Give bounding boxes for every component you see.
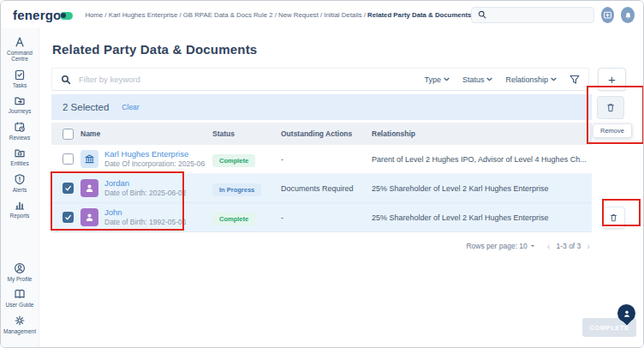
sidebar-item-command-centre[interactable]: Command Centre xyxy=(3,36,37,63)
type-dropdown[interactable]: Type xyxy=(424,75,450,84)
row-subtitle: Date of Birth: 1992-05-06 xyxy=(104,218,186,227)
table-toolbar: Filter by keyword Type Status Relationsh… xyxy=(51,68,636,91)
sidebar-label: Management xyxy=(3,328,36,334)
sidebar-item-entities[interactable]: Entities xyxy=(3,147,37,166)
status-badge: In Progress xyxy=(212,183,261,196)
column-header-relationship[interactable]: Relationship xyxy=(368,129,592,138)
selected-count: 2 Selected xyxy=(63,102,109,112)
journeys-icon xyxy=(14,94,26,106)
page-range: 1-3 of 3 xyxy=(557,242,581,250)
person-avatar-icon xyxy=(80,179,98,197)
select-all-checkbox[interactable] xyxy=(63,129,74,140)
global-search-input[interactable] xyxy=(491,10,587,19)
remove-row-button[interactable] xyxy=(602,207,625,229)
trash-icon xyxy=(605,102,616,113)
rows-per-page-select[interactable]: Rows per page: 10 xyxy=(466,242,534,250)
status-badge: Complete xyxy=(212,154,255,167)
sidebar-label: Command Centre xyxy=(3,50,37,63)
sidebar-item-management[interactable]: Management xyxy=(3,315,37,334)
filter-search-icon xyxy=(61,75,71,85)
add-related-party-button[interactable]: + xyxy=(598,68,626,91)
row-name-link[interactable]: Jordan xyxy=(104,178,186,189)
column-header-name[interactable]: Name xyxy=(77,129,209,138)
row-subtitle: Date Of Incorporation: 2025-06-03 xyxy=(104,159,206,169)
sidebar-label: Alerts xyxy=(13,187,27,193)
pagination: Rows per page: 10 ‹ 1-3 of 3 › xyxy=(51,241,592,251)
sidebar-item-reports[interactable]: Reports xyxy=(3,199,37,219)
organization-avatar-icon xyxy=(80,150,98,168)
remove-selected-button[interactable] xyxy=(597,96,624,119)
relationship-value: Parent of Level 2 Hughes IPO, Advisor of… xyxy=(368,155,592,164)
app-window: fenergo Home / Karl Hughes Enterprise / … xyxy=(0,0,644,348)
sidebar-item-alerts[interactable]: Alerts xyxy=(3,173,37,193)
left-sidebar: Command Centre Tasks Journeys Reviews En… xyxy=(1,28,39,347)
sidebar-label: Entities xyxy=(10,160,28,166)
logo-text: fenergo xyxy=(13,8,61,22)
row-checkbox[interactable] xyxy=(63,153,74,165)
fenergo-logo[interactable]: fenergo xyxy=(13,8,73,22)
user-guide-book-icon xyxy=(14,288,26,300)
remove-tooltip: Remove xyxy=(593,123,632,138)
table-row[interactable]: Karl Hughes Enterprise Date Of Incorpora… xyxy=(51,145,592,174)
table-row[interactable]: John Date of Birth: 1992-05-06 Complete … xyxy=(51,203,592,232)
clear-selection-link[interactable]: Clear xyxy=(122,103,139,111)
filter-bar[interactable]: Filter by keyword Type Status Relationsh… xyxy=(51,68,589,91)
tasks-icon xyxy=(14,69,26,81)
sidebar-label: My Profile xyxy=(8,276,33,282)
trash-icon xyxy=(609,213,618,223)
sidebar-label: Reviews xyxy=(9,135,31,141)
person-avatar-icon xyxy=(80,208,98,226)
column-header-status[interactable]: Status xyxy=(209,129,277,138)
funnel-filter-icon[interactable] xyxy=(569,75,580,85)
filter-placeholder: Filter by keyword xyxy=(79,75,424,84)
logo-green-pill-icon xyxy=(60,12,73,20)
search-icon xyxy=(478,10,486,19)
table-row[interactable]: Jordan Date of Birth: 2025-06-02 In Prog… xyxy=(51,174,592,203)
sidebar-item-tasks[interactable]: Tasks xyxy=(3,69,37,88)
outstanding-actions-value: - xyxy=(277,155,368,164)
column-header-outstanding-actions[interactable]: Outstanding Actions xyxy=(277,129,368,138)
page-title: Related Party Data & Documents xyxy=(52,42,636,57)
row-checkbox[interactable] xyxy=(63,183,74,194)
chevron-down-icon xyxy=(551,77,557,81)
breadcrumb-current: Related Party Data & Documents xyxy=(367,11,471,19)
relationship-value: 25% Shareholder of Level 2 Karl Hughes E… xyxy=(368,184,592,193)
row-actions-rail: Remove xyxy=(592,94,636,251)
command-centre-icon xyxy=(14,36,26,48)
row-subtitle: Date of Birth: 2025-06-02 xyxy=(104,189,186,198)
sidebar-item-user-guide[interactable]: User Guide xyxy=(3,288,37,308)
previous-page-button[interactable]: ‹ xyxy=(547,241,551,251)
chevron-down-icon xyxy=(530,244,535,248)
bell-icon xyxy=(623,10,633,20)
row-name-link[interactable]: John xyxy=(104,207,186,218)
row-checkbox[interactable] xyxy=(63,212,74,223)
sidebar-label: Journeys xyxy=(9,108,31,114)
new-request-icon xyxy=(603,10,612,20)
global-search[interactable] xyxy=(471,7,593,23)
new-request-button[interactable] xyxy=(601,7,615,23)
breadcrumb-path: Home / Karl Hughes Enterprise / GB RPAE … xyxy=(85,11,367,19)
filter-dropdowns: Type Status Relationship xyxy=(424,75,580,85)
selection-bar: 2 Selected Clear xyxy=(51,94,592,120)
top-bar: fenergo Home / Karl Hughes Enterprise / … xyxy=(1,1,643,28)
row-name-link[interactable]: Karl Hughes Enterprise xyxy=(104,149,206,159)
outstanding-actions-value: - xyxy=(277,213,368,222)
status-dropdown[interactable]: Status xyxy=(462,75,493,84)
reviews-icon xyxy=(14,121,26,133)
sidebar-item-journeys[interactable]: Journeys xyxy=(3,94,37,114)
profile-pin-button[interactable] xyxy=(617,304,635,322)
alerts-shield-icon xyxy=(14,173,26,185)
notifications-button[interactable] xyxy=(621,7,635,23)
chevron-down-icon xyxy=(486,77,492,81)
entities-icon xyxy=(14,147,26,159)
sidebar-item-my-profile[interactable]: My Profile xyxy=(3,262,37,282)
relationship-dropdown[interactable]: Relationship xyxy=(505,75,557,84)
sidebar-item-reviews[interactable]: Reviews xyxy=(3,121,37,141)
breadcrumb[interactable]: Home / Karl Hughes Enterprise / GB RPAE … xyxy=(85,11,471,19)
next-page-button[interactable]: › xyxy=(587,241,590,251)
my-profile-icon xyxy=(14,262,26,274)
table-header-row: Name Status Outstanding Actions Relation… xyxy=(51,123,592,145)
sidebar-label: Reports xyxy=(10,213,30,219)
person-pin-icon xyxy=(622,309,632,319)
sidebar-label: User Guide xyxy=(6,302,34,308)
